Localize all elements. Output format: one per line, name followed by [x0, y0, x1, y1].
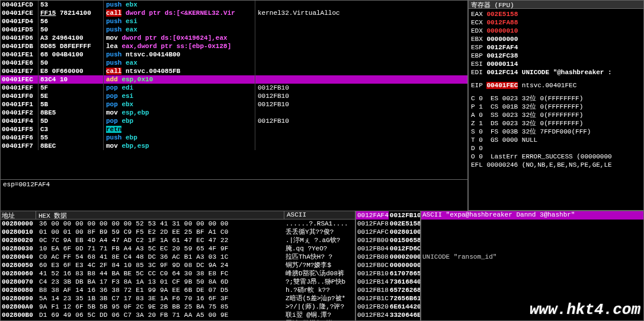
hex-ascii: ......?.RSA1.... [284, 220, 355, 228]
hex-row[interactable]: 002800B0D1 69 49 06 5C DD 06 C7 3A 20 FB… [1, 311, 355, 319]
disasm-bytes: C3 [39, 125, 104, 134]
stack-row[interactable]: 0012FB243320646E [356, 311, 420, 319]
disasm-row[interactable]: 00401FD456push esi [1, 17, 467, 26]
disasm-address: 00401FE7 [1, 67, 39, 75]
disasm-instruction: pop edi [104, 84, 255, 92]
stack-row[interactable]: 0012FB206E614420 [356, 303, 420, 311]
disasm-instruction: add esp,0x10 [104, 75, 255, 84]
hex-address: 00280060 [1, 269, 37, 278]
hex-bytes: 41 52 16 83 B8 44 BA BE 5C CC C0 64 30 3… [37, 269, 284, 278]
disasm-row[interactable]: 00401FEF5Fpop edi0012FB10 [1, 84, 467, 92]
stack-row[interactable]: 0012FAFC00280100 [356, 228, 420, 236]
disasm-row[interactable]: 00401FF05Epop esi0012FB10 [1, 92, 467, 100]
stack-address: 0012FB00 [356, 236, 389, 244]
hex-bytes: 36 00 00 00 00 00 00 00 52 53 41 31 00 0… [37, 220, 284, 228]
disasm-row[interactable]: 00401FD6A3 24964100mov dword ptr ds:[0x4… [1, 34, 467, 42]
hex-row[interactable]: 002800A09A F1 12 6F 5B 5B 95 0F 2C 9E 2B… [1, 303, 355, 311]
disasm-address: 00401FF2 [1, 109, 39, 117]
hex-row[interactable]: 002800200C 7C 9A EB 4D A4 47 AD C2 1F 1A… [1, 236, 355, 244]
disasm-row[interactable]: 00401FF5C3retn [1, 125, 467, 134]
disasm-row[interactable]: 00401FF78BECmov ebp,esp [1, 142, 467, 150]
hex-row[interactable]: 002800905A 14 23 35 1B 3B C7 17 83 3E 1A… [1, 294, 355, 303]
disasm-comment [255, 50, 467, 59]
hex-row[interactable]: 0028003010 EA 6F 0D 71 71 FB A4 A3 5C EC… [1, 244, 355, 253]
stack-comment-pane[interactable]: ASCII "expa@hashbreaker Dannd 3@hashbr" … [421, 211, 644, 321]
disasm-row[interactable]: 00401FDB8D85 D8FEFFFFlea eax,dword ptr s… [1, 42, 467, 50]
disasm-address: 00401FCE [1, 9, 39, 17]
hex-row[interactable]: 00280070C4 23 3B DB BA 17 F3 8A 1A 13 01… [1, 278, 355, 286]
stack-row[interactable]: 0012FB040012FD6C [356, 244, 420, 253]
disasm-instruction: mov ebp,esp [104, 142, 255, 150]
stack-pane[interactable]: 0012FAF40012FB100012FAF8002E51580012FAFC… [355, 211, 421, 321]
stack-address: 0012FB10 [356, 269, 389, 278]
disassembly-pane[interactable]: 00401FCD53push ebx00401FCEFF15 78214100c… [0, 0, 468, 180]
disasm-comment [255, 67, 467, 75]
hex-row[interactable]: 0028000036 00 00 00 00 00 00 00 52 53 41… [1, 220, 355, 228]
registers-pane[interactable]: 寄存器 (FPU) EAX 002E5158ECX 0012FA88EDX 00… [468, 0, 644, 211]
disasm-bytes: 8D85 D8FEFFFF [39, 42, 104, 50]
disasm-comment: 0012FB10 [255, 100, 467, 109]
stack-address: 0012FB20 [356, 303, 389, 311]
stack-row[interactable]: 0012FB0000150658 [356, 236, 420, 244]
disasm-row[interactable]: 00401FCEFF15 78214100call dword ptr ds:[… [1, 9, 467, 17]
hex-address: 00280050 [1, 261, 37, 269]
hexdump-pane[interactable]: 地址 HEX 数据 ASCII 0028000036 00 00 00 00 0… [0, 211, 355, 321]
stack-row[interactable]: 0012FAF8002E5158 [356, 220, 420, 228]
stack-value: 72656B61 [389, 294, 421, 303]
stack-row[interactable]: 0012FB1C72656B61 [356, 294, 420, 303]
disasm-bytes: 83C4 10 [39, 75, 104, 84]
disasm-instruction: mov dword ptr ds:[0x419624],eax [104, 34, 255, 42]
hex-bytes: 9A F1 12 6F 5B 5B 95 0F 2C 9E 2B BB 25 B… [37, 303, 284, 311]
stack-row[interactable]: 0012FB1865726268 [356, 286, 420, 294]
stack-address: 0012FAF4 [356, 211, 389, 220]
disasm-bytes: 5E [39, 92, 104, 100]
disasm-address: 00401FE1 [1, 50, 39, 59]
disasm-row[interactable]: 00401FF655push ebp [1, 134, 467, 142]
disasm-instruction: push ntsvc.00414B00 [104, 50, 255, 59]
disasm-instruction: call dword ptr ds:[<&KERNEL32.Vir [104, 9, 255, 17]
disasm-row[interactable]: 00401FE650push eax [1, 59, 467, 67]
disasm-bytes: 5D [39, 117, 104, 125]
disasm-row[interactable]: 00401FF15Bpop ebx0012FB10 [1, 100, 467, 109]
registers-body: EAX 002E5158ECX 0012FA88EDX 00000010EBX … [469, 9, 643, 170]
hex-address: 00280000 [1, 220, 37, 228]
disasm-row[interactable]: 00401FD550push eax [1, 26, 467, 34]
disasm-row[interactable]: 00401FCD53push ebx [1, 1, 467, 9]
disasm-address: 00401FF4 [1, 117, 39, 125]
hex-row[interactable]: 00280040C0 AC FF 54 68 41 8E C4 48 DC 36… [1, 253, 355, 261]
hex-row[interactable]: 00280080B8 38 AF 14 16 36 38 72 E1 99 9A… [1, 286, 355, 294]
stack-row[interactable]: 0012FB0C00000000 [356, 261, 420, 269]
disasm-comment: 0012FB10 [255, 117, 467, 125]
hex-bytes: D1 69 49 06 5C DD 06 C7 3A 20 FB 71 AA A… [37, 311, 284, 319]
disasm-row[interactable]: 00401FE7E8 0F660000call ntsvc.004085FB [1, 67, 467, 75]
hex-address: 00280070 [1, 278, 37, 286]
stack-row[interactable]: 0012FAF40012FB10 [356, 211, 420, 220]
disasm-bytes: 8BEC [39, 142, 104, 150]
stack-value: 0012FD6C [389, 244, 421, 253]
hex-bytes: C0 AC FF 54 68 41 8E C4 48 DC 36 AC B1 A… [37, 253, 284, 261]
hex-row[interactable]: 0028001001 00 01 00 8F B9 59 C9 F5 E2 2D… [1, 228, 355, 236]
disasm-bytes: 8BE5 [39, 109, 104, 117]
stack-row[interactable]: 0012FB1473616840 [356, 278, 420, 286]
hex-bytes: B8 38 AF 14 16 36 38 72 E1 99 9A EE 6B D… [37, 286, 284, 294]
hex-row[interactable]: 0028005060 E3 6F E3 4C 2F 84 10 85 3C 9F… [1, 261, 355, 269]
disasm-address: 00401FF0 [1, 92, 39, 100]
disasm-bytes: 68 004B4100 [39, 50, 104, 59]
stack-value: 61707865 [389, 269, 421, 278]
disasm-row[interactable]: 00401FE168 004B4100push ntsvc.00414B00 [1, 50, 467, 59]
disasm-instruction: pop ebp [104, 117, 255, 125]
stack-row[interactable]: 0012FB0800002000 [356, 253, 420, 261]
hex-address: 00280080 [1, 286, 37, 294]
disasm-bytes: A3 24964100 [39, 34, 104, 42]
hex-ascii: Z暗语(5差>汕p?被* [284, 294, 355, 303]
stack-value: 65726268 [389, 286, 421, 294]
disasm-address: 00401FF7 [1, 142, 39, 150]
stack-row[interactable]: 0012FB1061707865 [356, 269, 420, 278]
hex-row[interactable]: 0028006041 52 16 83 B8 44 BA BE 5C CC C0… [1, 269, 355, 278]
hex-address: 00280090 [1, 294, 37, 303]
disasm-comment [255, 59, 467, 67]
disasm-row[interactable]: 00401FF28BE5mov esp,ebp [1, 109, 467, 117]
disasm-bytes: 5B [39, 100, 104, 109]
disasm-row[interactable]: 00401FF45Dpop ebp0012FB10 [1, 117, 467, 125]
disasm-row[interactable]: 00401FEC83C4 10add esp,0x10 [1, 75, 467, 84]
